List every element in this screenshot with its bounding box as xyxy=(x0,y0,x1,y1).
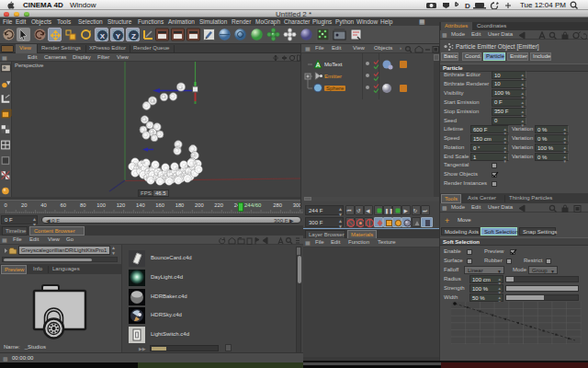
svg-text:A: A xyxy=(316,62,321,68)
svg-text:X: X xyxy=(100,32,106,40)
svg-text:D: D xyxy=(465,2,470,9)
svg-text:Y: Y xyxy=(116,32,121,40)
svg-text:Z: Z xyxy=(131,32,136,40)
